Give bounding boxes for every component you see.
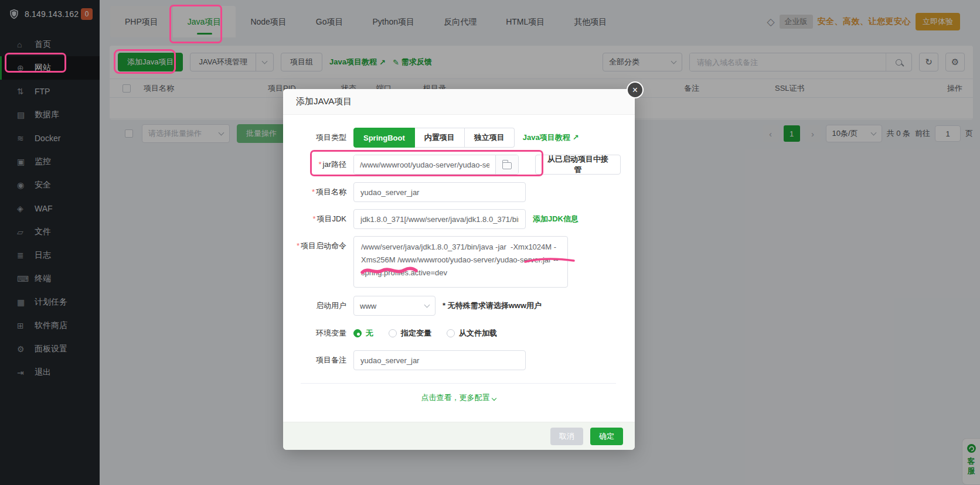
project-type-segmented: SpringBoot 内置项目 独立项目 [353, 128, 515, 148]
modal-header: 添加JAVA项目 [283, 89, 635, 115]
chevron-down-icon [491, 396, 496, 401]
type-springboot-button[interactable]: SpringBoot [353, 128, 415, 148]
close-icon: × [632, 86, 638, 95]
type-standalone-button[interactable]: 独立项目 [465, 128, 515, 148]
jar-path-row: *jar路径 从已启动项目中接管 [296, 155, 621, 175]
more-config-link[interactable]: 点击查看，更多配置 [296, 392, 621, 403]
radio-icon [389, 329, 397, 337]
project-name-row: *项目名称 [296, 182, 621, 202]
start-command-label: 项目启动命令 [301, 241, 346, 250]
modal-java-tutorial-link[interactable]: Java项目教程 ↗ [523, 128, 579, 148]
start-command-row: *项目启动命令 /www/server/java/jdk1.8.0_371/bi… [296, 236, 621, 288]
add-java-project-modal: × 添加JAVA项目 项目类型 SpringBoot 内置项目 独立项目 Jav… [283, 89, 635, 450]
type-builtin-button[interactable]: 内置项目 [415, 128, 465, 148]
modal-body: 项目类型 SpringBoot 内置项目 独立项目 Java项目教程 ↗ *ja… [283, 115, 635, 403]
takeover-running-project-button[interactable]: 从已启动项目中接管 [535, 155, 621, 175]
modal-title: 添加JAVA项目 [296, 96, 352, 107]
radio-icon [447, 329, 455, 337]
add-jdk-link[interactable]: 添加JDK信息 [533, 209, 579, 229]
env-none-radio[interactable]: 无 [353, 328, 373, 339]
run-user-hint: * 无特殊需求请选择www用户 [443, 296, 542, 316]
chevron-down-icon [424, 302, 430, 308]
project-jdk-input[interactable] [353, 209, 526, 229]
required-mark: * [318, 160, 321, 169]
modal-footer: 取消 确定 [283, 422, 635, 450]
radio-icon [353, 329, 362, 337]
project-note-label: 项目备注 [296, 350, 346, 370]
run-user-select[interactable]: www [353, 296, 435, 316]
run-user-row: 启动用户 www * 无特殊需求请选择www用户 [296, 296, 621, 316]
project-jdk-label: 项目JDK [317, 214, 346, 223]
project-jdk-row: *项目JDK 添加JDK信息 [296, 209, 621, 229]
project-name-label: 项目名称 [316, 187, 346, 196]
modal-close-button[interactable]: × [627, 81, 644, 98]
run-user-label: 启动用户 [296, 296, 346, 316]
start-command-textarea[interactable]: /www/server/java/jdk1.8.0_371/bin/java -… [353, 236, 568, 288]
project-name-input[interactable] [353, 182, 526, 202]
folder-icon [502, 162, 512, 169]
jar-path-input[interactable] [354, 155, 495, 174]
project-note-input[interactable] [353, 350, 526, 370]
env-vars-radio-group: 无 指定变量 从文件加载 [353, 323, 497, 343]
project-note-row: 项目备注 [296, 350, 621, 370]
jar-path-group [353, 155, 519, 175]
external-link-icon: ↗ [573, 128, 579, 148]
env-vars-row: 环境变量 无 指定变量 从文件加载 [296, 323, 621, 343]
project-type-label: 项目类型 [296, 128, 346, 148]
cancel-button[interactable]: 取消 [550, 428, 583, 445]
confirm-button[interactable]: 确定 [590, 428, 623, 445]
project-type-row: 项目类型 SpringBoot 内置项目 独立项目 Java项目教程 ↗ [296, 128, 621, 148]
modal-divider [301, 383, 616, 384]
env-vars-label: 环境变量 [296, 323, 346, 343]
env-specify-radio[interactable]: 指定变量 [389, 328, 431, 339]
jar-path-label: jar路径 [323, 160, 346, 169]
browse-folder-button[interactable] [495, 155, 518, 174]
env-from-file-radio[interactable]: 从文件加载 [447, 328, 497, 339]
